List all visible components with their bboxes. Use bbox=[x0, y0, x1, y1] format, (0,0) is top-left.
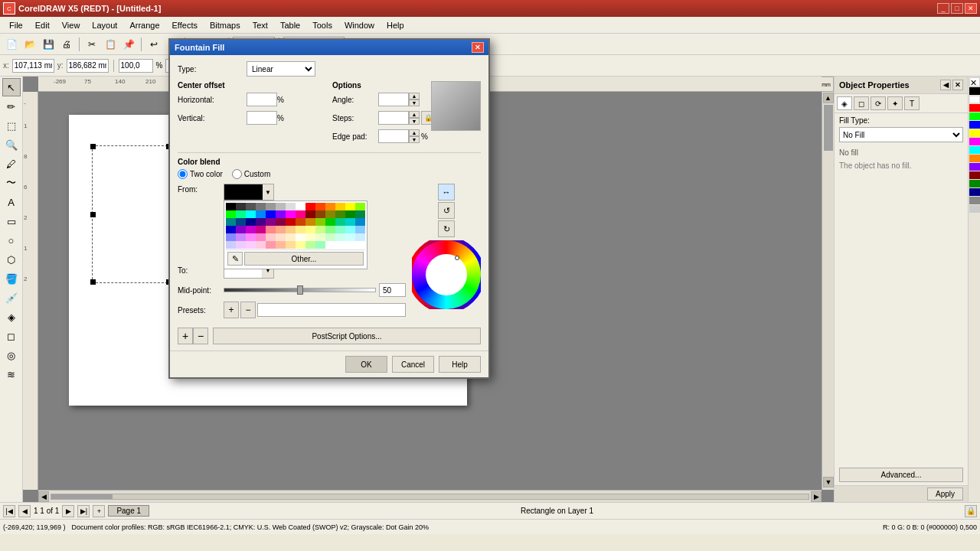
color-cell[interactable] bbox=[296, 241, 305, 249]
other-color-btn[interactable]: Other... bbox=[244, 252, 364, 266]
color-cell[interactable] bbox=[276, 233, 286, 241]
midpoint-handle[interactable] bbox=[297, 285, 303, 295]
color-cell[interactable] bbox=[286, 218, 296, 226]
color-cell[interactable] bbox=[226, 226, 236, 233]
two-color-radio[interactable] bbox=[178, 169, 188, 179]
midpoint-slider[interactable] bbox=[224, 288, 376, 292]
color-cell[interactable] bbox=[355, 233, 365, 241]
color-cell[interactable] bbox=[305, 218, 315, 226]
color-cell[interactable] bbox=[315, 241, 325, 249]
from-color-dropdown-btn[interactable]: ▼ bbox=[263, 184, 273, 200]
ccw-blend-btn[interactable]: ↺ bbox=[438, 202, 455, 219]
angle-up-btn[interactable]: ▲ bbox=[409, 93, 420, 99]
color-cell[interactable] bbox=[296, 218, 305, 226]
color-cell[interactable] bbox=[345, 203, 355, 210]
steps-down-btn[interactable]: ▼ bbox=[409, 118, 420, 125]
color-cell[interactable] bbox=[296, 210, 305, 218]
color-cell[interactable] bbox=[236, 210, 246, 218]
color-cell[interactable] bbox=[335, 226, 345, 233]
color-cell[interactable] bbox=[315, 210, 325, 218]
linear-blend-btn[interactable]: ↔ bbox=[438, 184, 455, 201]
color-cell[interactable] bbox=[286, 241, 296, 249]
color-cell[interactable] bbox=[315, 203, 325, 210]
color-cell[interactable] bbox=[226, 241, 236, 249]
color-cell[interactable] bbox=[246, 226, 256, 233]
color-cell[interactable] bbox=[256, 218, 266, 226]
color-cell[interactable] bbox=[355, 226, 365, 233]
color-cell[interactable] bbox=[256, 210, 266, 218]
color-cell[interactable] bbox=[345, 218, 355, 226]
color-cell[interactable] bbox=[236, 203, 246, 210]
remove-btn[interactable]: − bbox=[193, 328, 208, 344]
color-cell[interactable] bbox=[305, 241, 315, 249]
remove-preset-btn[interactable]: − bbox=[240, 302, 256, 318]
color-cell[interactable] bbox=[276, 203, 286, 210]
color-cell[interactable] bbox=[236, 241, 246, 249]
custom-radio[interactable] bbox=[232, 169, 242, 179]
color-cell[interactable] bbox=[276, 210, 286, 218]
color-cell[interactable] bbox=[226, 203, 236, 210]
color-grid[interactable] bbox=[226, 203, 365, 249]
color-cell[interactable] bbox=[335, 233, 345, 241]
color-cell[interactable] bbox=[345, 233, 355, 241]
color-cell[interactable] bbox=[345, 210, 355, 218]
color-cell[interactable] bbox=[335, 218, 345, 226]
color-cell[interactable] bbox=[266, 203, 276, 210]
color-cell[interactable] bbox=[325, 218, 335, 226]
edge-pad-down-btn[interactable]: ▼ bbox=[409, 136, 420, 143]
color-cell[interactable] bbox=[315, 218, 325, 226]
color-cell[interactable] bbox=[276, 226, 286, 233]
color-cell[interactable] bbox=[315, 226, 325, 233]
vertical-input[interactable]: 0 bbox=[247, 111, 277, 125]
color-cell[interactable] bbox=[266, 210, 276, 218]
color-cell[interactable] bbox=[335, 210, 345, 218]
color-cell[interactable] bbox=[305, 233, 315, 241]
cw-blend-btn[interactable]: ↻ bbox=[438, 220, 455, 237]
color-cell[interactable] bbox=[236, 226, 246, 233]
angle-down-btn[interactable]: ▼ bbox=[409, 99, 420, 106]
color-cell[interactable] bbox=[266, 241, 276, 249]
color-cell[interactable] bbox=[286, 226, 296, 233]
color-cell[interactable] bbox=[256, 241, 266, 249]
dialog-close-btn[interactable]: ✕ bbox=[472, 42, 484, 53]
add-btn[interactable]: + bbox=[178, 328, 193, 344]
from-color-btn[interactable]: ▼ bbox=[224, 184, 274, 201]
color-cell[interactable] bbox=[325, 210, 335, 218]
color-cell[interactable] bbox=[325, 233, 335, 241]
color-cell[interactable] bbox=[305, 203, 315, 210]
color-cell[interactable] bbox=[256, 203, 266, 210]
postscript-btn[interactable]: PostScript Options... bbox=[213, 328, 481, 344]
ok-btn[interactable]: OK bbox=[345, 356, 387, 373]
color-cell[interactable] bbox=[315, 233, 325, 241]
steps-up-btn[interactable]: ▲ bbox=[409, 111, 420, 118]
color-cell[interactable] bbox=[226, 233, 236, 241]
color-cell[interactable] bbox=[305, 226, 315, 233]
custom-radio-label[interactable]: Custom bbox=[232, 169, 270, 179]
color-cell[interactable] bbox=[335, 203, 345, 210]
color-cell[interactable] bbox=[286, 210, 296, 218]
midpoint-input[interactable] bbox=[379, 283, 406, 297]
color-cell[interactable] bbox=[355, 210, 365, 218]
color-cell[interactable] bbox=[246, 203, 256, 210]
color-cell[interactable] bbox=[226, 210, 236, 218]
angle-input[interactable]: 0,0 bbox=[378, 93, 409, 106]
color-cell[interactable] bbox=[256, 226, 266, 233]
color-cell[interactable] bbox=[266, 226, 276, 233]
type-select[interactable]: Linear Radial Conical Square bbox=[247, 61, 315, 77]
color-cell[interactable] bbox=[355, 218, 365, 226]
color-cell[interactable] bbox=[226, 218, 236, 226]
color-cell[interactable] bbox=[246, 210, 256, 218]
edge-pad-input[interactable]: 0 bbox=[378, 129, 409, 143]
color-cell[interactable] bbox=[325, 226, 335, 233]
color-cell[interactable] bbox=[266, 218, 276, 226]
color-cell[interactable] bbox=[276, 241, 286, 249]
preset-display[interactable] bbox=[257, 303, 406, 317]
color-cell[interactable] bbox=[276, 218, 286, 226]
cancel-btn[interactable]: Cancel bbox=[392, 356, 434, 373]
color-cell[interactable] bbox=[246, 241, 256, 249]
color-cell[interactable] bbox=[355, 203, 365, 210]
color-cell[interactable] bbox=[246, 233, 256, 241]
steps-input[interactable]: 256 bbox=[378, 111, 409, 125]
color-cell[interactable] bbox=[256, 233, 266, 241]
color-cell[interactable] bbox=[236, 218, 246, 226]
